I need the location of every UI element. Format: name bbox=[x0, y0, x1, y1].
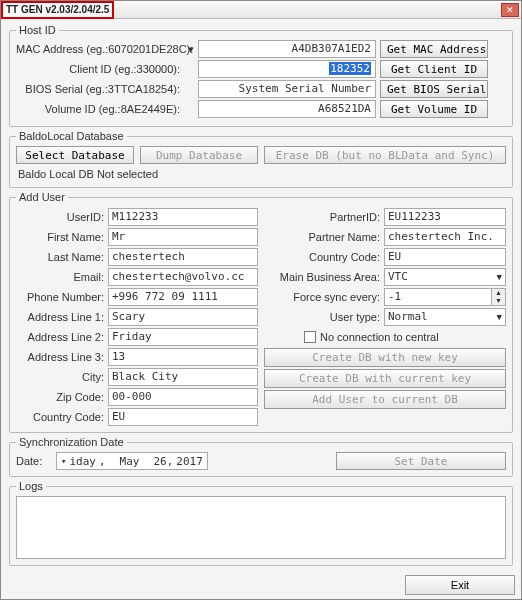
get-volume-button[interactable]: Get Volume ID bbox=[380, 100, 488, 118]
logs-group: Logs bbox=[9, 480, 513, 566]
app-window: TT GEN v2.03/2.04/2.5 ✕ Host ID MAC Addr… bbox=[0, 0, 522, 600]
client-value: 182352 bbox=[329, 62, 371, 75]
cc-right-input[interactable]: EU bbox=[384, 248, 506, 266]
spin-down-icon[interactable]: ▼ bbox=[492, 297, 505, 305]
client-row: Client ID (eg.:330000): 182352 Get Clien… bbox=[16, 60, 506, 78]
noconnection-label: No connection to central bbox=[320, 331, 439, 343]
cc-left-label: Country Code: bbox=[16, 411, 108, 423]
force-input[interactable]: -1 bbox=[384, 288, 492, 306]
phone-input[interactable]: +996 772 09 1111 bbox=[108, 288, 258, 306]
firstname-label: First Name: bbox=[16, 231, 108, 243]
mac-row: MAC Address (eg.:6070201DE28C): ▾ A4DB30… bbox=[16, 40, 506, 58]
lastname-input[interactable]: chestertech bbox=[108, 248, 258, 266]
baldo-legend: BaldoLocal Database bbox=[16, 130, 127, 142]
addr3-label: Address Line 3: bbox=[16, 351, 108, 363]
titlebar: TT GEN v2.03/2.04/2.5 ✕ bbox=[1, 1, 521, 19]
partnerid-label: PartnerID: bbox=[264, 211, 384, 223]
mac-dropdown-icon[interactable]: ▾ bbox=[184, 43, 198, 56]
addr1-label: Address Line 1: bbox=[16, 311, 108, 323]
mac-label: MAC Address (eg.:6070201DE28C): bbox=[16, 43, 184, 55]
erase-db-button[interactable]: Erase DB (but no BLData and Sync) bbox=[264, 146, 506, 164]
add-user-button[interactable]: Add User to current DB bbox=[264, 390, 506, 409]
adduser-group: Add User UserID:M112233 First Name:Mr La… bbox=[9, 191, 513, 433]
chevron-down-icon: ▼ bbox=[493, 272, 502, 282]
date-year: 2017 bbox=[176, 455, 203, 468]
bios-label: BIOS Serial (eg.:3TTCA18254): bbox=[16, 83, 184, 95]
spin-up-icon[interactable]: ▲ bbox=[492, 289, 505, 297]
adduser-right-col: PartnerID:EU112233 Partner Name:chestert… bbox=[264, 207, 506, 426]
volume-row: Volume ID (eg.:8AE2449E): A68521DA Get V… bbox=[16, 100, 506, 118]
baldo-btn-row: Select Database Dump Database Erase DB (… bbox=[16, 146, 506, 164]
baldo-status: Baldo Local DB Not selected bbox=[16, 167, 506, 181]
usertype-select[interactable]: Normal▼ bbox=[384, 308, 506, 326]
email-input[interactable]: chestertech@volvo.cc bbox=[108, 268, 258, 286]
city-input[interactable]: Black City bbox=[108, 368, 258, 386]
select-database-button[interactable]: Select Database bbox=[16, 146, 134, 164]
userid-label: UserID: bbox=[16, 211, 108, 223]
bios-value[interactable]: System Serial Number bbox=[198, 80, 376, 98]
dump-database-button[interactable]: Dump Database bbox=[140, 146, 258, 164]
sync-legend: Synchronization Date bbox=[16, 436, 127, 448]
usertype-label: User type: bbox=[264, 311, 384, 323]
client-label: Client ID (eg.:330000): bbox=[16, 63, 184, 75]
force-label: Force sync every: bbox=[264, 291, 384, 303]
partnername-input[interactable]: chestertech Inc. bbox=[384, 228, 506, 246]
create-db-currentkey-button[interactable]: Create DB with current key bbox=[264, 369, 506, 388]
firstname-input[interactable]: Mr bbox=[108, 228, 258, 246]
get-client-button[interactable]: Get Client ID bbox=[380, 60, 488, 78]
set-date-button[interactable]: Set Date bbox=[336, 452, 506, 470]
city-label: City: bbox=[16, 371, 108, 383]
partnername-label: Partner Name: bbox=[264, 231, 384, 243]
sync-row: Date: ▾ iday , May 26, 2017 Set Date bbox=[16, 452, 506, 470]
mba-select[interactable]: VTC▼ bbox=[384, 268, 506, 286]
lastname-label: Last Name: bbox=[16, 251, 108, 263]
date-weekday: iday bbox=[69, 455, 96, 468]
noconnection-checkbox[interactable] bbox=[304, 331, 316, 343]
logs-textarea[interactable] bbox=[16, 496, 506, 559]
adduser-left-col: UserID:M112233 First Name:Mr Last Name:c… bbox=[16, 207, 258, 426]
mba-label: Main Business Area: bbox=[264, 271, 384, 283]
exit-button[interactable]: Exit bbox=[405, 575, 515, 595]
chevron-down-icon[interactable]: ▾ bbox=[61, 456, 66, 466]
addr2-input[interactable]: Friday bbox=[108, 328, 258, 346]
create-db-newkey-button[interactable]: Create DB with new key bbox=[264, 348, 506, 367]
date-label: Date: bbox=[16, 455, 52, 467]
phone-label: Phone Number: bbox=[16, 291, 108, 303]
volume-label: Volume ID (eg.:8AE2449E): bbox=[16, 103, 184, 115]
hostid-legend: Host ID bbox=[16, 24, 59, 36]
noconnection-row: No connection to central bbox=[264, 327, 506, 346]
addr1-input[interactable]: Scary bbox=[108, 308, 258, 326]
get-bios-button[interactable]: Get BIOS Serial bbox=[380, 80, 488, 98]
hostid-group: Host ID MAC Address (eg.:6070201DE28C): … bbox=[9, 24, 513, 127]
client-input[interactable]: 182352 bbox=[198, 60, 376, 78]
mac-value[interactable]: A4DB307A1ED2 bbox=[198, 40, 376, 58]
date-day: 26, bbox=[153, 455, 173, 468]
volume-value[interactable]: A68521DA bbox=[198, 100, 376, 118]
sync-group: Synchronization Date Date: ▾ iday , May … bbox=[9, 436, 513, 477]
chevron-down-icon: ▼ bbox=[493, 312, 502, 322]
cc-left-input[interactable]: EU bbox=[108, 408, 258, 426]
logs-legend: Logs bbox=[16, 480, 46, 492]
date-picker[interactable]: ▾ iday , May 26, 2017 bbox=[56, 452, 208, 470]
zip-label: Zip Code: bbox=[16, 391, 108, 403]
baldo-group: BaldoLocal Database Select Database Dump… bbox=[9, 130, 513, 188]
partnerid-input[interactable]: EU112233 bbox=[384, 208, 506, 226]
userid-input[interactable]: M112233 bbox=[108, 208, 258, 226]
title-highlight: TT GEN v2.03/2.04/2.5 bbox=[1, 1, 114, 19]
addr3-input[interactable]: 13 bbox=[108, 348, 258, 366]
email-label: Email: bbox=[16, 271, 108, 283]
adduser-columns: UserID:M112233 First Name:Mr Last Name:c… bbox=[16, 207, 506, 426]
cc-right-label: Country Code: bbox=[264, 251, 384, 263]
force-spinner[interactable]: ▲▼ bbox=[492, 288, 506, 306]
get-mac-button[interactable]: Get MAC Address bbox=[380, 40, 488, 58]
bios-row: BIOS Serial (eg.:3TTCA18254): System Ser… bbox=[16, 80, 506, 98]
addr2-label: Address Line 2: bbox=[16, 331, 108, 343]
date-month: May bbox=[120, 455, 140, 468]
close-icon[interactable]: ✕ bbox=[501, 3, 519, 17]
footer: Exit bbox=[1, 571, 521, 599]
adduser-legend: Add User bbox=[16, 191, 68, 203]
content: Host ID MAC Address (eg.:6070201DE28C): … bbox=[1, 19, 521, 571]
zip-input[interactable]: 00-000 bbox=[108, 388, 258, 406]
